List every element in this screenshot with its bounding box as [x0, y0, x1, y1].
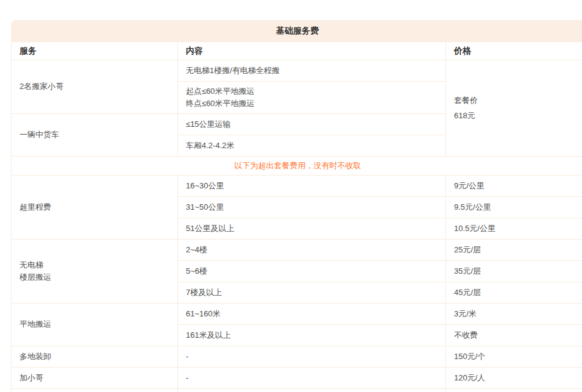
table-row: 2名搬家小哥 无电梯1楼搬/有电梯全程搬 套餐价 618元 — [12, 60, 582, 82]
content-cell: 7楼及以上 — [178, 282, 446, 304]
content-cell: 161米及以上 — [178, 325, 446, 346]
table-row: 多地装卸 - 150元/个 — [12, 346, 582, 368]
table-row: 加小哥 - 120元/人 — [12, 368, 582, 389]
column-header-row: 服务 内容 价格 — [12, 42, 582, 60]
content-cell: 16~30公里 — [178, 176, 446, 197]
content-cell: 起点≤60米平地搬运 终点≤60米平地搬运 — [178, 82, 446, 114]
price-cell: 3元/米 — [446, 304, 582, 325]
price-cell: 150元/个 — [446, 346, 582, 368]
service-cell: 加小哥 — [12, 368, 178, 389]
column-header-content: 内容 — [178, 42, 446, 60]
price-cell: 不收费 — [446, 325, 582, 346]
service-cell: 2名搬家小哥 — [12, 60, 178, 114]
panel-title: 基础服务费 — [11, 20, 582, 41]
content-cell: 5~6楼 — [178, 261, 446, 282]
service-cell: 一辆中货车 — [12, 114, 178, 157]
service-cell: 平地搬运 — [12, 304, 178, 346]
price-cell: 25元/层 — [446, 240, 582, 261]
price-cell — [446, 389, 582, 392]
service-cell: 超里程费 — [12, 176, 178, 240]
content-cell: 31~50公里 — [178, 197, 446, 218]
notice-text: 以下为超出套餐费用，没有时不收取 — [12, 157, 582, 176]
pricing-table: 服务 内容 价格 2名搬家小哥 无电梯1楼搬/有电梯全程搬 套餐价 618元 起… — [11, 41, 582, 392]
price-cell: 套餐价 618元 — [446, 60, 582, 157]
table-row: 平地搬运 61~160米 3元/米 — [12, 304, 582, 325]
column-header-price: 价格 — [446, 42, 582, 60]
pricing-panel: 基础服务费 服务 内容 价格 2名搬家小哥 无电梯1楼搬/有电梯全程搬 套餐价 … — [11, 20, 582, 392]
page: 基础服务费 服务 内容 价格 2名搬家小哥 无电梯1楼搬/有电梯全程搬 套餐价 … — [0, 0, 582, 392]
content-cell: 无电梯1楼搬/有电梯全程搬 — [178, 60, 446, 82]
price-cell: 10.5元/公里 — [446, 218, 582, 240]
column-header-service: 服务 — [12, 42, 178, 60]
clipped-partial-row — [12, 389, 582, 392]
table-row: 无电梯 楼层搬运 2~4楼 25元/层 — [12, 240, 582, 261]
content-cell: 2~4楼 — [178, 240, 446, 261]
content-cell: 51公里及以上 — [178, 218, 446, 240]
price-cell: 45元/层 — [446, 282, 582, 304]
price-cell: 120元/人 — [446, 368, 582, 389]
content-cell: 61~160米 — [178, 304, 446, 325]
service-cell: 无电梯 楼层搬运 — [12, 240, 178, 304]
content-cell: 车厢4.2-4.2米 — [178, 135, 446, 157]
content-cell: - — [178, 346, 446, 368]
service-cell — [12, 389, 178, 392]
price-cell: 35元/层 — [446, 261, 582, 282]
price-cell: 9.5元/公里 — [446, 197, 582, 218]
service-cell: 多地装卸 — [12, 346, 178, 368]
notice-row: 以下为超出套餐费用，没有时不收取 — [12, 157, 582, 176]
table-row: 超里程费 16~30公里 9元/公里 — [12, 176, 582, 197]
price-cell: 9元/公里 — [446, 176, 582, 197]
content-cell: - — [178, 368, 446, 389]
content-cell — [178, 389, 446, 392]
content-cell: ≤15公里运输 — [178, 114, 446, 135]
